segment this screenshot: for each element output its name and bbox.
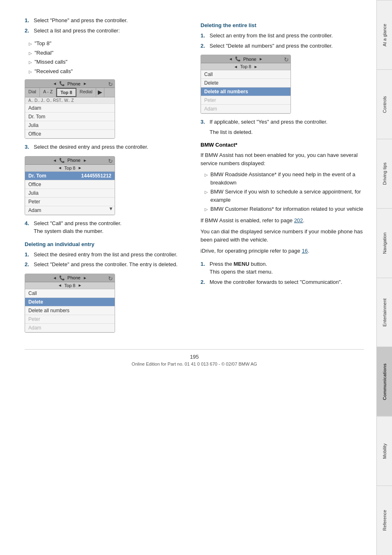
edition-text: Online Edition for Part no. 01 41 0 013 … <box>25 362 364 366</box>
bullet-icon-2: ▷ <box>205 189 208 204</box>
step-3: 3. Select the desired entry and press th… <box>25 143 188 151</box>
tab-redial[interactable]: Redial <box>76 88 96 97</box>
bmw-contact-note3: iDrive, for operating principle refer to… <box>201 247 364 255</box>
bullet-relations: ▷ BMW Customer Relations* for informatio… <box>205 205 364 213</box>
sidebar-tab-navigation[interactable]: Navigation <box>377 208 392 278</box>
sidebar-tab-entertainment[interactable]: Entertainment <box>377 278 392 347</box>
phone-header-4: ◄ 📞 Phone ► <box>201 55 291 63</box>
sidebar-tab-reference[interactable]: Reference <box>377 486 392 555</box>
del-entire-step-1: 1. Select an entry from the list and pre… <box>201 32 364 40</box>
phone-tabs-1: Dial A - Z Top 8 Redial ▶ <box>25 88 115 97</box>
nav-left-icon: ◄ <box>53 81 57 86</box>
phone-row-peter2: Peter <box>25 198 115 206</box>
bullet-icon: ▷ <box>29 59 32 66</box>
phone-header-2: ◄ 📞 Phone ► <box>25 157 115 165</box>
sidebar-tab-mobility[interactable]: Mobility <box>377 416 392 486</box>
phone-row-deleteall3: Delete all numbers <box>25 306 115 315</box>
list-item-missed: ▷ "Missed calls" <box>29 58 188 66</box>
phone-row-adam: Adam <box>25 104 115 113</box>
page-link-16[interactable]: 16 <box>302 248 307 254</box>
tab-dial[interactable]: Dial <box>25 88 40 97</box>
bmw-contact-note1: If BMW Assist is enabled, refer to page … <box>201 216 364 225</box>
bullet-roadside: ▷ BMW Roadside Assistance* if you need h… <box>205 170 364 187</box>
phone-body-4: Call Delete Delete all numbers Peter Ada… <box>201 70 291 113</box>
del-entire-title: Deleting the entire list <box>201 22 364 28</box>
nav-left-icon-2: ◄ <box>53 158 57 163</box>
del-individual-steps: 1. Select the desired entry from the lis… <box>25 251 188 269</box>
phone-row-deleteall4-selected: Delete all numbers <box>201 88 291 96</box>
main-content: 1. Select "Phone" and press the controll… <box>0 0 376 379</box>
bmw-step-1: 1. Press the MENU button. This opens the… <box>201 260 364 276</box>
bmw-steps: 1. Press the MENU button. This opens the… <box>201 260 364 286</box>
del-individual-title: Deleting an individual entry <box>25 241 188 247</box>
tab-top8[interactable]: Top 8 <box>56 88 76 97</box>
bullet-icon-3: ▷ <box>205 206 208 213</box>
del-step-2: 2. Select "Delete" and press the control… <box>25 260 188 269</box>
del-entire-note: The list is deleted. <box>201 128 364 136</box>
phone-row-office: Office <box>25 130 115 138</box>
phone-icon-4: 📞 <box>235 56 241 62</box>
sidebar: At a glanceControlsDriving tipsNavigatio… <box>376 0 392 555</box>
phone-row-julia: Julia <box>25 121 115 130</box>
phone-row-call3: Call <box>25 289 115 298</box>
phone-widget-3: ↻ ◄ 📞 Phone ► ◄ Top 8 ► Call Delete Dele… <box>25 274 115 333</box>
refresh-icon-2: ↻ <box>108 158 113 164</box>
del-entire-step-3: 3. If applicable, select "Yes" and press… <box>201 118 364 126</box>
intro-steps: 1. Select "Phone" and press the controll… <box>25 16 188 35</box>
footer: 195 Online Edition for Part no. 01 41 0 … <box>25 349 364 366</box>
del-entire-steps: 1. Select an entry from the list and pre… <box>201 32 364 50</box>
refresh-icon-3: ↻ <box>108 275 113 282</box>
phone-sub-header-3: ◄ Top 8 ► <box>25 282 115 289</box>
sidebar-tab-at-a-glance[interactable]: At a glance <box>377 0 392 69</box>
step-2: 2. Select a list and press the controlle… <box>25 27 188 35</box>
page-link-202[interactable]: 202 <box>294 217 303 223</box>
phone-row-drtom-selected: Dr. Tom 14445551212 <box>25 172 115 180</box>
phone-row-delete3-selected: Delete <box>25 298 115 306</box>
left-column: 1. Select "Phone" and press the controll… <box>25 16 188 337</box>
list-item-redial: ▷ "Redial" <box>29 49 188 57</box>
del-step-1: 1. Select the desired entry from the lis… <box>25 251 188 259</box>
phone-icon-3: 📞 <box>59 275 65 281</box>
phone-row-office2: Office <box>25 180 115 189</box>
phone-row-peter4: Peter <box>201 96 291 105</box>
scroll-indicator: ▼ <box>108 206 113 212</box>
list-item-received: ▷ "Received calls" <box>29 67 188 76</box>
two-col-layout: 1. Select "Phone" and press the controll… <box>25 16 364 337</box>
tab-az[interactable]: A - Z <box>40 88 56 97</box>
tab-more[interactable]: ▶ <box>96 88 104 97</box>
nav-right-icon-2: ► <box>83 158 87 163</box>
menu-label: MENU <box>234 261 249 267</box>
bmw-contact-bullets: ▷ BMW Roadside Assistance* if you need h… <box>205 170 364 213</box>
bmw-contact-title: BMW Contact* <box>201 142 364 148</box>
phone-icon: 📞 <box>59 81 65 86</box>
refresh-icon-4: ↻ <box>284 56 289 63</box>
phone-body-3: Call Delete Delete all numbers Peter Ada… <box>25 289 115 332</box>
phone-row-julia2: Julia <box>25 189 115 198</box>
step4-list: 4. Select "Call" and press the controlle… <box>25 219 188 235</box>
sidebar-tab-communications[interactable]: Communications <box>377 347 392 416</box>
sidebar-tab-driving-tips[interactable]: Driving tips <box>377 139 392 208</box>
step3-list: 3. Select the desired entry and press th… <box>25 143 188 151</box>
sidebar-tab-controls[interactable]: Controls <box>377 69 392 139</box>
phone-row-adam3: Adam <box>25 324 115 332</box>
phone-body-2: Dr. Tom 14445551212 Office Julia Peter A… <box>25 172 115 215</box>
bmw-step-2: 2. Move the controller forwards to selec… <box>201 278 364 286</box>
bullet-icon: ▷ <box>29 50 32 57</box>
bmw-contact-note2: You can dial the displayed service numbe… <box>201 228 364 244</box>
phone-widget-1: ↻ ◄ 📞 Phone ► Dial A - Z Top 8 Redial ▶ … <box>25 79 115 139</box>
phone-widget-4: ↻ ◄ 📞 Phone ► ◄ Top 8 ► Call Delete Dele… <box>201 55 291 114</box>
phone-row-delete4: Delete <box>201 79 291 88</box>
phone-row-call4: Call <box>201 70 291 79</box>
list-item-top8: ▷ "Top 8" <box>29 39 188 48</box>
phone-header-3: ◄ 📞 Phone ► <box>25 274 115 282</box>
phone-row-adam2: Adam <box>25 206 115 215</box>
bullet-icon: ▷ <box>29 69 32 76</box>
alpha-row: A.. D.. J.. O.. RST.. W.. Z <box>25 97 115 104</box>
phone-header-1: ◄ 📞 Phone ► <box>25 80 115 88</box>
phone-sub-header-4: ◄ Top 8 ► <box>201 63 291 70</box>
step-1: 1. Select "Phone" and press the controll… <box>25 16 188 25</box>
del-entire-step-2: 2. Select "Delete all numbers" and press… <box>201 42 364 50</box>
list-options: ▷ "Top 8" ▷ "Redial" ▷ "Missed calls" ▷ … <box>29 39 188 75</box>
step-4: 4. Select "Call" and press the controlle… <box>25 219 188 235</box>
bullet-icon-1: ▷ <box>205 172 208 187</box>
